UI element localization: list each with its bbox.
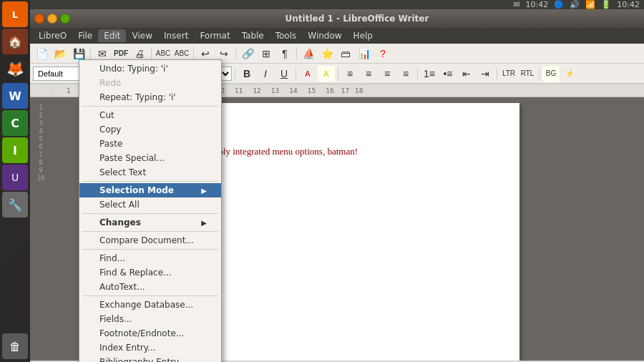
window-close-button[interactable] xyxy=(34,14,44,24)
menu-insert[interactable]: Insert xyxy=(158,29,194,42)
document-page[interactable]: Holy integrated menu options, batman! xyxy=(176,103,519,361)
main-window-area: ✉ 10:42 🔵 🔊 📶 🔋 10:42 Untitled 1 - Libre… xyxy=(30,0,644,362)
menu-item-exchange-db[interactable]: Exchange Database... xyxy=(79,298,221,312)
menubar-wrapper: LibreO File Edit View Insert Format Tabl… xyxy=(30,28,644,44)
dock-icon-trash[interactable]: 🗑 xyxy=(2,333,28,359)
menu-separator-5 xyxy=(82,249,218,250)
menu-view[interactable]: View xyxy=(126,29,157,42)
menu-item-select-text[interactable]: Select Text xyxy=(79,165,221,180)
tb-align-left-button[interactable]: ≡ xyxy=(341,66,358,82)
tb-nonprint-button[interactable]: ¶ xyxy=(276,46,293,62)
tb-new-button[interactable]: 📄 xyxy=(33,46,50,62)
menu-item-paste-special[interactable]: Paste Special... xyxy=(79,151,221,165)
tb-datasource-button[interactable]: 🗃 xyxy=(337,46,354,62)
menu-item-find[interactable]: Find... xyxy=(79,251,221,265)
menu-item-find-replace[interactable]: Find & Replace... xyxy=(79,265,221,280)
tb-indent-more-button[interactable]: ⇥ xyxy=(477,66,494,82)
tb-indent-less-button[interactable]: ⇤ xyxy=(458,66,475,82)
menu-item-fields[interactable]: Fields... xyxy=(79,312,221,326)
tb-bullet-button[interactable]: •≡ xyxy=(439,66,457,82)
system-tray-volume[interactable]: 🔊 xyxy=(570,0,580,9)
window-controls xyxy=(34,14,70,24)
menu-item-changes[interactable]: Changes ▶ xyxy=(79,215,221,230)
tb-numbering-button[interactable]: 1≡ xyxy=(421,66,438,82)
tb-table-button[interactable]: ⊞ xyxy=(258,46,275,62)
menu-item-compare-doc[interactable]: Compare Document... xyxy=(79,233,221,248)
ruler-mark-19: 18 xyxy=(355,87,363,94)
tb-align-center-button[interactable]: ≡ xyxy=(360,66,377,82)
tb-sep-f6 xyxy=(417,67,418,80)
dock-icon-firefox[interactable]: 🦊 xyxy=(2,56,28,82)
system-bar: ✉ 10:42 🔵 🔊 📶 🔋 10:42 xyxy=(30,0,644,9)
application-dock: L 🏠 🦊 W C I U 🔧 🗑 xyxy=(0,0,30,362)
system-tray-email[interactable]: ✉ xyxy=(513,0,519,9)
doc-left-ruler: 1 2 3 4 5 6 7 8 9 10 xyxy=(30,103,52,361)
menu-separator-3 xyxy=(82,213,218,214)
menu-item-cut[interactable]: Cut xyxy=(79,108,221,122)
edit-menu-panel: Undo: Typing: 'i' Redo Repeat: Typing: '… xyxy=(79,59,222,362)
menu-item-selection-mode[interactable]: Selection Mode ▶ xyxy=(79,183,221,197)
menu-libreo[interactable]: LibreO xyxy=(33,29,72,42)
tb-background-button[interactable]: BG xyxy=(542,66,560,82)
ruler-mark-17: 16 xyxy=(326,87,333,94)
ruler-mark-12: 11 xyxy=(235,87,243,94)
ruler-mark-16: 15 xyxy=(308,87,316,94)
tb-rtl-button[interactable]: RTL xyxy=(519,66,536,82)
menu-item-autotext[interactable]: AutoText... xyxy=(79,280,221,294)
tb-star-button[interactable]: ⭐ xyxy=(318,46,336,62)
tb-sep-1 xyxy=(90,47,91,60)
menu-tools[interactable]: Tools xyxy=(270,29,303,42)
tb-sep-f4 xyxy=(296,67,296,80)
menu-item-paste[interactable]: Paste xyxy=(79,137,221,151)
dock-icon-writer[interactable]: W xyxy=(2,83,28,109)
tb-hyperlink-button[interactable]: 🔗 xyxy=(239,46,256,62)
tb-open-button[interactable]: 📂 xyxy=(52,46,69,62)
tb-navigator-button[interactable]: ⛵ xyxy=(300,46,317,62)
menu-item-redo[interactable]: Redo xyxy=(79,76,221,90)
tb-help-button[interactable]: ? xyxy=(374,46,391,62)
window-maximize-button[interactable] xyxy=(60,14,70,24)
menu-item-copy[interactable]: Copy xyxy=(79,122,221,137)
menu-edit[interactable]: Edit xyxy=(98,29,126,42)
tb-sep-f7 xyxy=(497,67,497,80)
menu-window[interactable]: Window xyxy=(302,29,347,42)
menu-file[interactable]: File xyxy=(72,29,98,42)
menu-separator-6 xyxy=(82,295,218,296)
tb-highlight-button[interactable]: A xyxy=(318,66,335,82)
window-minimize-button[interactable] xyxy=(47,14,57,24)
tb-sep-5 xyxy=(296,47,297,60)
tb-align-right-button[interactable]: ≡ xyxy=(379,66,396,82)
dock-icon-tools[interactable]: 🔧 xyxy=(2,192,28,217)
ruler-mark-13: 12 xyxy=(253,87,260,94)
dock-icon-unknown[interactable]: U xyxy=(2,165,28,190)
system-tray-network[interactable]: 📶 xyxy=(585,0,595,9)
tb-style-extra-button[interactable]: ⚡ xyxy=(561,66,578,82)
tb-align-justify-button[interactable]: ≡ xyxy=(397,66,414,82)
ruler-mark-18: 17 xyxy=(341,87,349,94)
menu-item-repeat[interactable]: Repeat: Typing: 'i' xyxy=(79,90,221,104)
libreoffice-writer-window: Untitled 1 - LibreOffice Writer LibreO F… xyxy=(30,9,644,362)
tb-chart-button[interactable]: 📊 xyxy=(356,46,373,62)
menu-item-select-all[interactable]: Select All xyxy=(79,197,221,212)
tb-ltr-button[interactable]: LTR xyxy=(500,66,517,82)
tb-underline-button[interactable]: U xyxy=(275,66,293,82)
dock-icon-calc[interactable]: C xyxy=(2,110,28,136)
tb-font-color-button[interactable]: A xyxy=(299,66,316,82)
dock-icon-impress[interactable]: I xyxy=(2,137,28,163)
system-tray-battery[interactable]: 🔋 xyxy=(601,0,611,9)
menu-item-bibliography[interactable]: Bibliography Entry... xyxy=(79,355,221,362)
system-tray-time: 10:42 xyxy=(526,0,549,9)
menu-item-index-entry[interactable]: Index Entry... xyxy=(79,341,221,355)
menu-format[interactable]: Format xyxy=(194,29,235,42)
menu-separator-2 xyxy=(82,181,218,182)
menu-item-undo[interactable]: Undo: Typing: 'i' xyxy=(79,62,221,76)
system-tray-bluetooth[interactable]: 🔵 xyxy=(554,0,564,9)
dock-icon-home[interactable]: 🏠 xyxy=(2,29,28,54)
submenu-arrow-changes: ▶ xyxy=(201,219,207,227)
menu-item-footnote[interactable]: Footnote/Endnote... xyxy=(79,326,221,341)
dock-icon-libreoffice[interactable]: L xyxy=(2,1,28,27)
menu-help[interactable]: Help xyxy=(348,29,379,42)
tb-bold-button[interactable]: B xyxy=(238,66,255,82)
tb-italic-button[interactable]: I xyxy=(257,66,274,82)
menu-table[interactable]: Table xyxy=(236,29,270,42)
